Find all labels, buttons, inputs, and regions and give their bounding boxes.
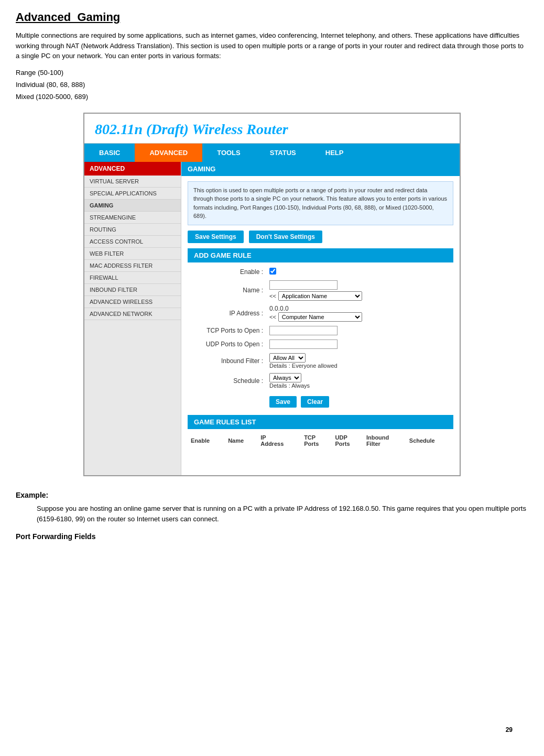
port-forwarding-header: Port Forwarding Fields xyxy=(16,532,528,541)
rules-header-row: Enable Name IPAddress TCPPorts UDPPorts … xyxy=(188,432,453,449)
computer-name-select[interactable]: Computer Name xyxy=(278,312,362,322)
col-inbound: InboundFilter xyxy=(363,432,406,449)
col-name: Name xyxy=(225,432,257,449)
schedule-details: Details : Always xyxy=(269,382,450,389)
nav-help[interactable]: HELP xyxy=(311,144,358,162)
tcp-cell xyxy=(266,324,453,337)
page-number: 29 xyxy=(506,726,513,733)
name-row: Name : << Application Name xyxy=(188,278,453,303)
sidebar-item-mac-address-filter[interactable]: MAC ADDRESS FILTER xyxy=(84,260,181,272)
col-enable: Enable xyxy=(188,432,225,449)
router-title: 802.11n (Draft) Wireless Router xyxy=(95,121,449,138)
ip-address-label: IP Address : xyxy=(188,303,266,324)
action-buttons: Save Clear xyxy=(269,396,450,408)
schedule-cell: Always Never Details : Always xyxy=(266,371,453,391)
inbound-filter-row: Allow All Block All xyxy=(269,353,450,363)
nav-basic[interactable]: BASIC xyxy=(84,144,135,162)
nav-advanced[interactable]: ADVANCED xyxy=(135,144,202,162)
example-text: Suppose you are hosting an online game s… xyxy=(37,503,528,525)
game-rules-list-header: GAME RULES LIST xyxy=(188,415,453,429)
dont-save-settings-button[interactable]: Don't Save Settings xyxy=(249,231,322,243)
enable-cell xyxy=(266,266,453,278)
double-chevron-left-2: << xyxy=(269,314,276,320)
gaming-section-header: GAMING xyxy=(181,162,460,176)
udp-row: UDP Ports to Open : xyxy=(188,337,453,351)
settings-button-row: Save Settings Don't Save Settings xyxy=(188,231,453,243)
double-chevron-left: << xyxy=(269,293,276,299)
action-spacer xyxy=(188,391,266,410)
inbound-details: Details : Everyone allowed xyxy=(269,363,450,369)
save-settings-button[interactable]: Save Settings xyxy=(188,231,244,243)
sidebar-item-firewall[interactable]: FIREWALL xyxy=(84,272,181,284)
enable-checkbox[interactable] xyxy=(269,268,276,275)
nav-bar: BASIC ADVANCED TOOLS STATUS HELP xyxy=(84,144,460,162)
sidebar-item-advanced-network[interactable]: ADVANCED NETWORK xyxy=(84,308,181,320)
sidebar-section-header: ADVANCED xyxy=(84,162,181,176)
udp-cell xyxy=(266,337,453,351)
sidebar-item-streamengine[interactable]: STREAMENGINE xyxy=(84,212,181,224)
action-buttons-row: Save Clear xyxy=(188,391,453,410)
sidebar-item-special-applications[interactable]: SPECIAL APPLICATIONS xyxy=(84,188,181,200)
application-name-row: << Application Name xyxy=(269,291,450,301)
router-header: 802.11n (Draft) Wireless Router xyxy=(84,114,460,144)
gaming-info-box: This option is used to open multiple por… xyxy=(188,181,453,225)
inbound-label: Inbound Filter : xyxy=(188,351,266,371)
enable-label: Enable : xyxy=(188,266,266,278)
ip-address-cell: 0.0.0.0 << Computer Name xyxy=(266,303,453,324)
intro-text: Multiple connections are required by som… xyxy=(16,30,528,61)
sidebar-item-advanced-wireless[interactable]: ADVANCED WIRELESS xyxy=(84,296,181,308)
add-game-rule-header: ADD GAME RULE xyxy=(188,248,453,262)
tcp-row: TCP Ports to Open : xyxy=(188,324,453,337)
schedule-select-row: Always Never xyxy=(269,373,450,382)
game-rules-table: Enable Name IPAddress TCPPorts UDPPorts … xyxy=(188,432,453,470)
format-list: Range (50-100) Individual (80, 68, 888) … xyxy=(16,67,528,103)
nav-tools[interactable]: TOOLS xyxy=(202,144,255,162)
example-header: Example: xyxy=(16,491,528,499)
add-game-rule-section: ADD GAME RULE Enable : Name : xyxy=(188,248,453,410)
sidebar-item-gaming[interactable]: GAMING xyxy=(84,200,181,212)
router-ui: 802.11n (Draft) Wireless Router BASIC AD… xyxy=(83,113,461,476)
udp-input[interactable] xyxy=(269,339,338,349)
nav-status[interactable]: STATUS xyxy=(255,144,311,162)
rules-table-head: Enable Name IPAddress TCPPorts UDPPorts … xyxy=(188,432,453,449)
add-game-rule-form: Enable : Name : << xyxy=(188,266,453,410)
udp-label: UDP Ports to Open : xyxy=(188,337,266,351)
enable-row: Enable : xyxy=(188,266,453,278)
sidebar-item-access-control[interactable]: ACCESS CONTROL xyxy=(84,236,181,248)
inbound-row: Inbound Filter : Allow All Block All Det… xyxy=(188,351,453,371)
schedule-row: Schedule : Always Never Details : Always xyxy=(188,371,453,391)
computer-name-row: << Computer Name xyxy=(269,312,450,322)
name-input[interactable] xyxy=(269,280,338,290)
ip-address-row: IP Address : 0.0.0.0 << Computer Name xyxy=(188,303,453,324)
col-tcp: TCPPorts xyxy=(301,432,332,449)
sidebar-item-inbound-filter[interactable]: INBOUND FILTER xyxy=(84,284,181,296)
application-name-select[interactable]: Application Name xyxy=(278,291,362,301)
tcp-input[interactable] xyxy=(269,326,338,335)
col-ip: IPAddress xyxy=(257,432,301,449)
router-body: ADVANCED VIRTUAL SERVER SPECIAL APPLICAT… xyxy=(84,162,460,475)
tcp-label: TCP Ports to Open : xyxy=(188,324,266,337)
game-rules-list-section: GAME RULES LIST Enable Name IPAddress TC… xyxy=(188,415,453,470)
name-label: Name : xyxy=(188,278,266,303)
name-cell: << Application Name xyxy=(266,278,453,303)
game-rule-save-button[interactable]: Save xyxy=(269,396,297,408)
sidebar-item-web-filter[interactable]: WEB FILTER xyxy=(84,248,181,260)
sidebar-item-virtual-server[interactable]: VIRTUAL SERVER xyxy=(84,176,181,188)
sidebar: ADVANCED VIRTUAL SERVER SPECIAL APPLICAT… xyxy=(84,162,181,475)
col-schedule: Schedule xyxy=(406,432,453,449)
schedule-select[interactable]: Always Never xyxy=(269,373,301,382)
inbound-cell: Allow All Block All Details : Everyone a… xyxy=(266,351,453,371)
action-buttons-cell: Save Clear xyxy=(266,391,453,410)
table-row xyxy=(188,449,453,470)
page-title: Advanced_Gaming xyxy=(16,10,528,24)
main-content: GAMING This option is used to open multi… xyxy=(181,162,460,475)
ip-value: 0.0.0.0 xyxy=(269,305,450,312)
game-rule-clear-button[interactable]: Clear xyxy=(301,396,329,408)
inbound-filter-select[interactable]: Allow All Block All xyxy=(269,353,306,363)
col-udp: UDPPorts xyxy=(332,432,363,449)
rules-table-body xyxy=(188,449,453,470)
sidebar-item-routing[interactable]: ROUTING xyxy=(84,224,181,236)
schedule-label: Schedule : xyxy=(188,371,266,391)
example-section: Example: Suppose you are hosting an onli… xyxy=(16,491,528,541)
